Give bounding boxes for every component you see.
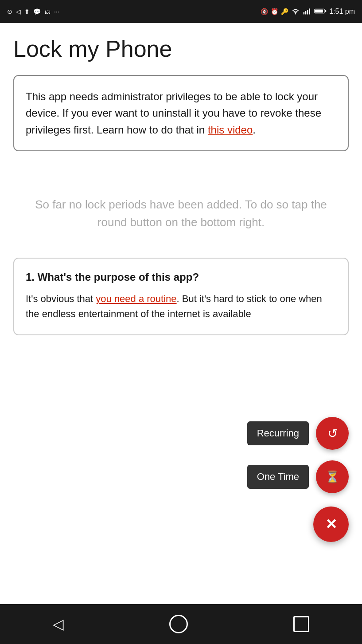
status-bar: ⊙ ◁ ⬆ 💬 🗂 ··· 🔇 ⏰ 🔑 <box>0 0 362 23</box>
nav-recent-button[interactable] <box>280 612 323 636</box>
faq-answer-link[interactable]: you need a routine <box>96 293 176 304</box>
svg-rect-6 <box>325 10 326 12</box>
recurring-label: Recurring <box>247 421 309 445</box>
recurring-icon: ↺ <box>327 426 338 441</box>
status-icon-send: ◁ <box>16 8 21 15</box>
nav-home-button[interactable] <box>156 610 201 638</box>
empty-state: So far no lock periods have been added. … <box>13 169 349 258</box>
signal-icon <box>303 8 311 16</box>
svg-rect-2 <box>307 10 308 14</box>
recurring-button[interactable]: ↺ <box>316 417 349 450</box>
faq-question: 1. What's the purpose of this app? <box>26 271 336 283</box>
home-icon <box>169 615 188 633</box>
back-icon: ◁ <box>53 616 64 632</box>
svg-rect-5 <box>315 9 323 12</box>
nav-back-button[interactable]: ◁ <box>39 611 77 637</box>
status-icon-message: 💬 <box>33 8 41 15</box>
fab-main-area: ✕ <box>313 507 349 542</box>
alarm-icon: ⏰ <box>271 8 278 15</box>
mute-icon: 🔇 <box>261 8 268 15</box>
close-icon: ✕ <box>325 516 337 533</box>
status-icon-more: ··· <box>54 8 59 15</box>
page-title: Lock my Phone <box>13 36 349 62</box>
status-icon-sync: ⬆ <box>24 8 30 15</box>
battery-icon <box>314 8 327 16</box>
status-bar-left-icons: ⊙ ◁ ⬆ 💬 🗂 ··· <box>7 8 59 15</box>
svg-rect-3 <box>309 8 310 14</box>
faq-box: 1. What's the purpose of this app? It's … <box>13 258 349 335</box>
admin-notice-prefix: This app needs administrator privileges … <box>26 90 321 135</box>
one-time-fab-row: One Time ⏳ <box>247 460 349 493</box>
nav-bar: ◁ <box>0 604 362 644</box>
status-icon-layers: 🗂 <box>44 8 51 15</box>
one-time-button[interactable]: ⏳ <box>316 460 349 493</box>
faq-answer: It's obvious that you need a routine. Bu… <box>26 291 336 322</box>
admin-notice-text: This app needs administrator privileges … <box>26 88 336 138</box>
hourglass-icon: ⏳ <box>325 470 339 484</box>
status-icon-circle: ⊙ <box>7 8 12 15</box>
admin-notice-link[interactable]: this video <box>208 124 253 136</box>
empty-state-text: So far no lock periods have been added. … <box>35 198 327 229</box>
recurring-fab-row: Recurring ↺ <box>247 417 349 450</box>
admin-notice-suffix: . <box>253 124 256 136</box>
wifi-icon <box>291 8 300 16</box>
svg-rect-1 <box>305 11 307 15</box>
main-content: Lock my Phone This app needs administrat… <box>0 23 362 335</box>
admin-notice-box: This app needs administrator privileges … <box>13 75 349 151</box>
svg-rect-0 <box>304 12 305 14</box>
fab-area: Recurring ↺ One Time ⏳ <box>247 417 349 493</box>
recent-icon <box>293 616 309 632</box>
faq-answer-prefix: It's obvious that <box>26 293 96 304</box>
status-bar-right-icons: 🔇 ⏰ 🔑 1:51 pm <box>261 8 355 16</box>
close-fab-button[interactable]: ✕ <box>313 507 349 542</box>
one-time-label: One Time <box>247 465 309 489</box>
status-time: 1:51 pm <box>329 8 355 16</box>
vpn-icon: 🔑 <box>281 8 288 15</box>
